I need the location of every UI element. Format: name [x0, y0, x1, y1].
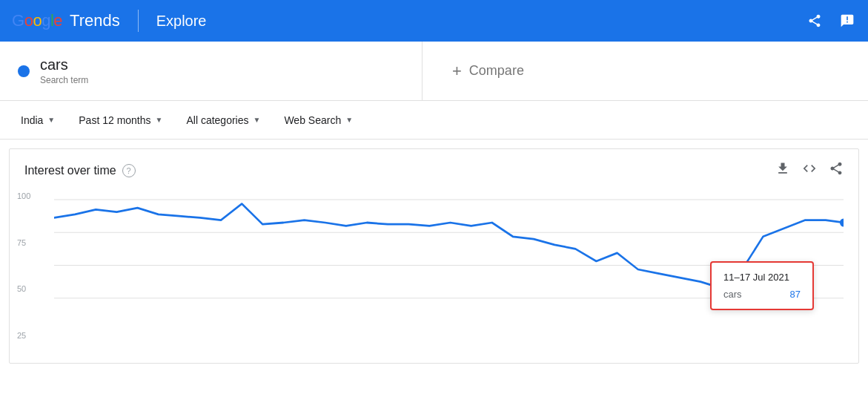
- page-title: Explore: [156, 13, 207, 30]
- category-filter[interactable]: All categories ▼: [177, 110, 269, 131]
- time-range-filter[interactable]: Past 12 months ▼: [70, 110, 171, 131]
- google-wordmark: Google: [12, 11, 62, 30]
- compare-label: Compare: [469, 63, 524, 79]
- search-term-info: cars Search term: [40, 56, 88, 85]
- tooltip-value: 87: [790, 289, 801, 300]
- share-icon[interactable]: [806, 12, 824, 30]
- chart-tooltip: 11–17 Jul 2021 cars 87: [710, 261, 814, 310]
- region-filter[interactable]: India ▼: [12, 110, 64, 131]
- trends-wordmark: Trends: [70, 11, 120, 30]
- y-axis-50: 50: [17, 284, 30, 293]
- search-type-chevron-icon: ▼: [345, 116, 353, 124]
- chart-section: Interest over time ? 100: [9, 148, 859, 364]
- google-trends-logo: Google Trends: [12, 11, 120, 30]
- category-chevron-icon: ▼: [254, 116, 261, 124]
- help-icon[interactable]: ?: [122, 164, 136, 177]
- embed-icon[interactable]: [802, 161, 817, 180]
- time-range-chevron-icon: ▼: [156, 116, 163, 124]
- y-axis-75: 75: [17, 238, 30, 247]
- y-axis-100: 100: [17, 191, 30, 200]
- header-divider: [138, 10, 139, 32]
- search-term-dot: [18, 65, 30, 77]
- chart-share-icon[interactable]: [829, 161, 844, 180]
- svg-point-4: [840, 218, 844, 226]
- region-chevron-icon: ▼: [47, 116, 55, 124]
- region-label: India: [21, 114, 43, 126]
- chart-title: Interest over time: [24, 164, 116, 177]
- tooltip-term: cars: [723, 289, 742, 300]
- download-icon[interactable]: [775, 161, 790, 180]
- search-type-filter[interactable]: Web Search ▼: [275, 110, 362, 131]
- feedback-icon[interactable]: [838, 12, 856, 30]
- tooltip-data-row: cars 87: [723, 289, 801, 300]
- app-header: Google Trends Explore: [0, 0, 868, 42]
- time-range-label: Past 12 months: [79, 114, 150, 126]
- chart-container: 100 75 50 25 11–17 Jul 2021 cars 87: [10, 191, 858, 355]
- tooltip-date: 11–17 Jul 2021: [723, 272, 801, 283]
- category-label: All categories: [186, 114, 248, 126]
- compare-box[interactable]: + Compare: [423, 42, 868, 100]
- chart-header: Interest over time ?: [10, 149, 858, 191]
- y-axis-25: 25: [17, 331, 30, 340]
- header-actions: [806, 12, 856, 30]
- search-term-box: cars Search term: [0, 42, 423, 100]
- compare-plus-icon: +: [452, 62, 462, 81]
- chart-actions: [775, 161, 844, 180]
- search-type-label: Web Search: [284, 114, 341, 126]
- search-area: cars Search term + Compare: [0, 42, 868, 101]
- search-term-value: cars: [40, 56, 88, 73]
- filters-bar: India ▼ Past 12 months ▼ All categories …: [0, 101, 868, 140]
- y-axis-labels: 100 75 50 25: [17, 191, 30, 340]
- search-term-type: Search term: [40, 75, 88, 85]
